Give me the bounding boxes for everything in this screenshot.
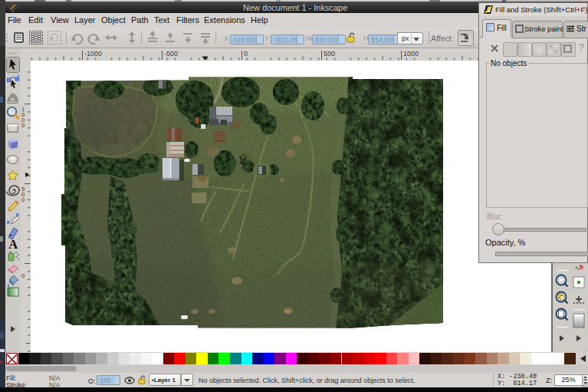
svg-text:A: A bbox=[8, 237, 18, 252]
svg-text:-1000: -1000 bbox=[84, 50, 102, 58]
svg-text:0: 0 bbox=[21, 196, 25, 203]
svg-text:0: 0 bbox=[21, 122, 25, 129]
svg-text:0: 0 bbox=[21, 272, 25, 279]
svg-text:-500: -500 bbox=[164, 50, 178, 58]
svg-text:0: 0 bbox=[244, 50, 248, 58]
svg-text:1000: 1000 bbox=[403, 50, 419, 58]
svg-text:500: 500 bbox=[324, 50, 335, 58]
